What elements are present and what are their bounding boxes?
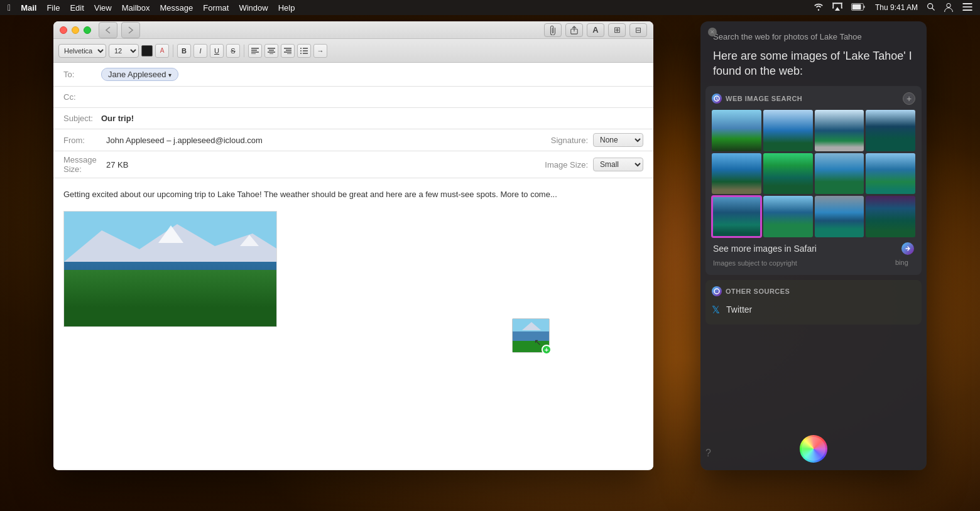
twitter-item[interactable]: 𝕏 Twitter bbox=[712, 301, 915, 318]
drag-cursor: ↖ bbox=[534, 337, 542, 347]
text-format-button[interactable]: A bbox=[587, 23, 604, 37]
svg-rect-1 bbox=[852, 4, 861, 9]
close-button[interactable] bbox=[60, 26, 67, 34]
forward-button[interactable] bbox=[121, 22, 140, 38]
image-size-select[interactable]: Small bbox=[593, 158, 643, 171]
image-cell-2[interactable] bbox=[763, 110, 813, 151]
text-color-button[interactable] bbox=[141, 45, 153, 56]
menubar-format[interactable]: Format bbox=[203, 3, 229, 13]
align-right-button[interactable] bbox=[281, 44, 295, 58]
see-more-icon[interactable] bbox=[901, 242, 914, 255]
svg-point-4 bbox=[945, 8, 953, 11]
cc-label: Cc: bbox=[63, 92, 101, 102]
copyright-row: Images subject to copyright bing bbox=[712, 257, 915, 269]
siri-header: Search the web for photos of Lake Tahoe … bbox=[700, 21, 927, 86]
photo-insert-button[interactable]: ⊞ bbox=[608, 23, 626, 37]
menubar-mailbox[interactable]: Mailbox bbox=[122, 3, 150, 13]
menubar-message[interactable]: Message bbox=[160, 3, 193, 13]
siri-close-button[interactable]: ✕ bbox=[708, 28, 717, 36]
maximize-button[interactable] bbox=[84, 26, 91, 34]
menubar:  Mail File Edit View Mailbox Message Fo… bbox=[0, 0, 980, 15]
recipient-chip[interactable]: Jane Appleseed ▾ bbox=[101, 68, 178, 81]
align-center-button[interactable] bbox=[264, 44, 278, 58]
to-label: To: bbox=[63, 70, 101, 79]
strikethrough-button[interactable]: S bbox=[226, 44, 240, 58]
italic-button[interactable]: I bbox=[193, 44, 207, 58]
image-cell-4[interactable] bbox=[866, 110, 915, 151]
image-size-label: Image Size: bbox=[545, 160, 588, 169]
sizes-row: Message Size: 27 KB Image Size: Small bbox=[53, 151, 653, 178]
svg-rect-32 bbox=[64, 290, 277, 327]
siri-help-button[interactable]: ? bbox=[705, 448, 711, 459]
minimize-button[interactable] bbox=[72, 26, 79, 34]
image-cell-8[interactable] bbox=[866, 153, 915, 195]
font-size-select[interactable]: 12 bbox=[109, 44, 139, 58]
apple-menu[interactable]:  bbox=[8, 3, 11, 13]
indent-button[interactable]: → bbox=[313, 44, 327, 58]
highlight-button[interactable]: A bbox=[155, 44, 169, 58]
image-cell-10[interactable] bbox=[763, 196, 813, 237]
image-cell-7[interactable] bbox=[815, 153, 864, 195]
other-sources-title-text: OTHER SOURCES bbox=[726, 288, 790, 295]
mail-content-area[interactable]: Getting excited about our upcoming trip … bbox=[53, 178, 653, 469]
image-cell-9[interactable] bbox=[712, 196, 761, 237]
align-left-button[interactable] bbox=[248, 44, 262, 58]
menubar-edit[interactable]: Edit bbox=[70, 3, 84, 13]
mail-inline-image bbox=[63, 211, 277, 327]
svg-rect-8 bbox=[962, 9, 972, 11]
paperclip-button[interactable] bbox=[544, 23, 562, 37]
subject-row: Subject: Our trip! bbox=[53, 108, 653, 129]
subject-value[interactable]: Our trip! bbox=[101, 114, 134, 123]
to-row: To: Jane Appleseed ▾ bbox=[53, 63, 653, 87]
bold-button[interactable]: B bbox=[177, 44, 191, 58]
user-icon[interactable] bbox=[944, 2, 954, 14]
svg-rect-7 bbox=[962, 6, 972, 8]
signature-select[interactable]: None bbox=[593, 133, 643, 147]
font-family-select[interactable]: Helvetica bbox=[58, 44, 106, 58]
siri-response-text: Here are some images of 'Lake Tahoe' I f… bbox=[713, 49, 914, 78]
other-sources-section: OTHER SOURCES 𝕏 Twitter bbox=[705, 280, 922, 325]
recipient-dropdown-icon: ▾ bbox=[168, 72, 172, 78]
underline-button[interactable]: U bbox=[210, 44, 224, 58]
svg-line-3 bbox=[932, 8, 934, 10]
back-button[interactable] bbox=[99, 22, 117, 38]
wifi-icon bbox=[814, 3, 824, 13]
copyright-text: Images subject to copyright bbox=[713, 259, 797, 267]
image-cell-11[interactable] bbox=[815, 196, 864, 237]
spotlight-icon[interactable] bbox=[927, 3, 935, 13]
list-button[interactable] bbox=[297, 44, 311, 58]
siri-panel: ✕ Search the web for photos of Lake Taho… bbox=[700, 21, 927, 470]
see-more-text[interactable]: See more images in Safari bbox=[713, 244, 817, 254]
section-add-button[interactable]: + bbox=[903, 92, 915, 105]
mail-body: To: Jane Appleseed ▾ Cc: Subject: Our tr… bbox=[53, 63, 653, 469]
siri-query-text: Search the web for photos of Lake Tahoe bbox=[713, 31, 914, 43]
window-titlebar: A ⊞ ⊟ bbox=[53, 21, 653, 39]
message-size-label: Message Size: bbox=[63, 155, 101, 174]
mail-body-text: Getting excited about our upcoming trip … bbox=[63, 188, 643, 201]
format-toolbar: Helvetica 12 A B I U S → bbox=[53, 39, 653, 63]
share-button[interactable] bbox=[565, 23, 583, 37]
from-row: From: John Appleseed – j.appleseed@iclou… bbox=[53, 129, 653, 151]
menubar-view[interactable]: View bbox=[94, 3, 112, 13]
image-cell-12[interactable] bbox=[866, 196, 915, 237]
message-size-value: 27 KB bbox=[106, 160, 128, 169]
table-insert-button[interactable]: ⊟ bbox=[629, 23, 647, 37]
image-cell-6[interactable] bbox=[763, 153, 813, 195]
other-sources-icon bbox=[712, 286, 722, 296]
hamburger-icon[interactable] bbox=[962, 3, 972, 13]
mail-window: A ⊞ ⊟ Helvetica 12 A B I U S → bbox=[53, 21, 653, 470]
image-cell-5[interactable] bbox=[712, 153, 761, 195]
dragged-image[interactable]: + ↖ bbox=[512, 318, 553, 356]
image-cell-3[interactable] bbox=[815, 110, 864, 151]
image-cell-1[interactable] bbox=[712, 110, 761, 151]
menubar-app-name[interactable]: Mail bbox=[21, 3, 36, 13]
svg-rect-31 bbox=[64, 262, 277, 303]
svg-point-26 bbox=[300, 53, 302, 54]
menubar-help[interactable]: Help bbox=[278, 3, 295, 13]
svg-point-24 bbox=[300, 50, 302, 51]
menubar-file[interactable]: File bbox=[46, 3, 60, 13]
siri-orb[interactable] bbox=[800, 435, 827, 463]
signature-label: Signature: bbox=[551, 136, 588, 145]
battery-icon bbox=[851, 3, 866, 13]
menubar-window[interactable]: Window bbox=[239, 3, 268, 13]
